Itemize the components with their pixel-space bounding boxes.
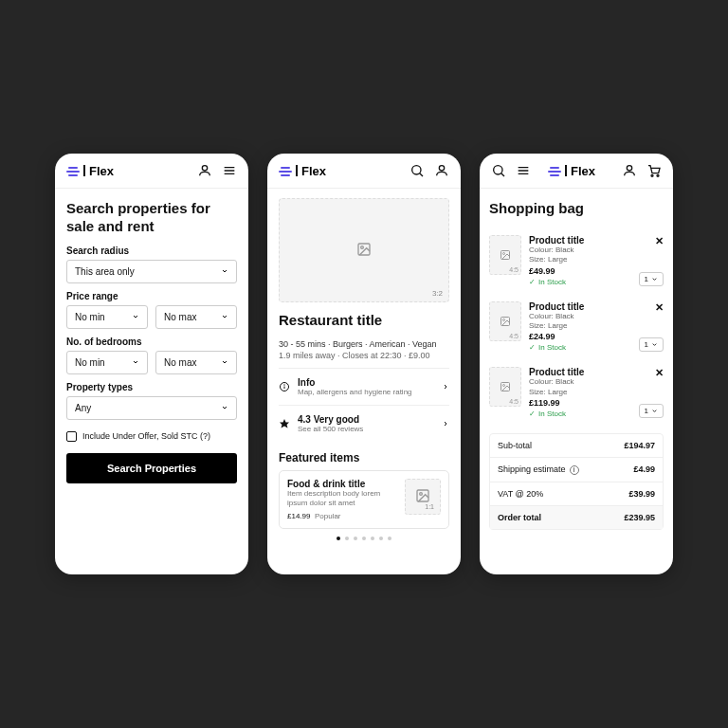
chevron-right-icon	[442, 420, 449, 428]
carousel-dots[interactable]	[279, 537, 449, 540]
search-icon[interactable]	[491, 163, 506, 178]
info-icon[interactable]: i	[570, 465, 579, 475]
aspect-ratio: 3:2	[432, 289, 443, 298]
chevron-down-icon	[651, 341, 658, 348]
chevron-right-icon	[442, 383, 449, 391]
price-min-select[interactable]: No min	[66, 305, 148, 329]
info-icon	[279, 381, 290, 392]
aspect-ratio: 4:5	[509, 266, 519, 273]
search-button[interactable]: Search Properties	[66, 453, 237, 483]
info-row[interactable]: InfoMap, allergens and hygiene rating	[279, 368, 449, 405]
svg-point-14	[420, 492, 423, 495]
menu-icon[interactable]	[222, 163, 237, 178]
price-label: Price range	[66, 291, 237, 301]
restaurant-meta-1: 30 - 55 mins · Burgers · American · Vega…	[279, 339, 449, 349]
product-title: Product title	[529, 301, 631, 312]
brand-logo: Flex	[279, 164, 326, 178]
chevron-down-icon	[651, 276, 658, 282]
svg-line-5	[420, 173, 423, 176]
svg-marker-12	[280, 419, 289, 428]
logo-mark-icon	[279, 166, 292, 175]
stock-status: In Stock	[529, 343, 631, 352]
brand-name: Flex	[571, 164, 595, 178]
logo-divider	[296, 165, 298, 176]
account-icon[interactable]	[197, 163, 212, 178]
product-title: Product title	[529, 367, 631, 377]
vat-row: VAT @ 20%£39.99	[490, 482, 663, 506]
search-icon[interactable]	[410, 163, 425, 178]
svg-point-22	[657, 174, 659, 176]
stock-status: In Stock	[529, 278, 631, 286]
include-checkbox[interactable]: Include Under Offer, Sold STC (?)	[66, 431, 237, 442]
quantity-select[interactable]: 1	[639, 337, 664, 352]
rating-row[interactable]: 4.3 Very goodSee all 500 reviews	[279, 405, 449, 442]
remove-item-button[interactable]: ✕	[655, 367, 664, 379]
image-placeholder-icon	[500, 249, 511, 261]
account-icon[interactable]	[622, 163, 637, 178]
star-icon	[279, 418, 290, 429]
hero-image: 3:2	[279, 198, 449, 302]
remove-item-button[interactable]: ✕	[655, 235, 664, 247]
product-size: Size: Large	[529, 388, 631, 397]
item-title: Food & drink title	[287, 479, 397, 489]
checkbox-icon	[66, 431, 77, 442]
featured-item-card[interactable]: Food & drink title Item description body…	[279, 470, 449, 529]
cart-icon[interactable]	[646, 163, 662, 178]
image-placeholder-icon	[500, 316, 511, 327]
product-price: £24.99	[529, 332, 631, 341]
beds-max-select[interactable]: No max	[155, 351, 237, 374]
svg-point-21	[651, 174, 653, 176]
topbar: Flex	[55, 154, 248, 189]
svg-point-20	[627, 166, 631, 171]
image-placeholder-icon	[500, 381, 511, 392]
product-size: Size: Large	[529, 255, 631, 264]
stock-status: In Stock	[529, 410, 631, 418]
svg-point-0	[202, 166, 207, 171]
topbar: Flex	[267, 154, 461, 189]
quantity-select[interactable]: 1	[639, 272, 664, 286]
radius-label: Search radius	[66, 246, 237, 256]
brand-logo: Flex	[548, 164, 595, 178]
restaurant-title: Restaurant title	[279, 312, 449, 330]
product-price: £49.99	[529, 266, 631, 276]
product-thumb: 4:5	[489, 367, 521, 407]
bag-item: 4:5 Product title Colour: Black Size: La…	[489, 359, 664, 426]
account-icon[interactable]	[434, 163, 449, 178]
product-price: £119.99	[529, 398, 631, 408]
menu-icon[interactable]	[516, 163, 531, 178]
item-price: £14.99	[287, 512, 310, 520]
aspect-ratio: 1:1	[425, 503, 434, 510]
product-title: Product title	[529, 235, 631, 246]
types-select[interactable]: Any	[66, 396, 237, 420]
product-thumb: 4:5	[489, 301, 521, 341]
brand-name: Flex	[301, 164, 326, 178]
totals-box: Sub-total£194.97 Shipping estimatei£4.99…	[489, 433, 664, 530]
total-row: Order total£239.95	[490, 506, 663, 529]
topbar: Flex	[480, 154, 673, 189]
quantity-select[interactable]: 1	[639, 404, 664, 418]
product-colour: Colour: Black	[529, 377, 631, 387]
item-thumb: 1:1	[405, 479, 441, 515]
bag-item: 4:5 Product title Colour: Black Size: La…	[489, 228, 664, 294]
bag-item: 4:5 Product title Colour: Black Size: La…	[489, 294, 664, 360]
product-colour: Colour: Black	[529, 246, 631, 255]
svg-point-28	[503, 385, 505, 387]
radius-select[interactable]: This area only	[66, 260, 237, 283]
svg-point-6	[439, 166, 444, 171]
chevron-down-icon	[651, 408, 658, 414]
phone-property-search: Flex Search properties for sale and rent…	[55, 154, 248, 574]
types-label: Property types	[66, 382, 237, 392]
bag-body: Shopping bag 4:5 Product title Colour: B…	[480, 189, 673, 574]
logo-mark-icon	[548, 166, 561, 175]
image-placeholder-icon	[356, 242, 372, 259]
svg-point-11	[284, 385, 285, 386]
shipping-row: Shipping estimatei£4.99	[490, 458, 663, 482]
item-desc: Item description body lorem ipsum dolor …	[287, 489, 397, 509]
price-max-select[interactable]: No max	[155, 305, 237, 329]
aspect-ratio: 4:5	[509, 333, 519, 339]
logo-divider	[565, 165, 567, 176]
beds-min-select[interactable]: No min	[66, 351, 148, 374]
remove-item-button[interactable]: ✕	[655, 301, 664, 314]
svg-point-8	[361, 246, 364, 249]
aspect-ratio: 4:5	[509, 398, 519, 405]
